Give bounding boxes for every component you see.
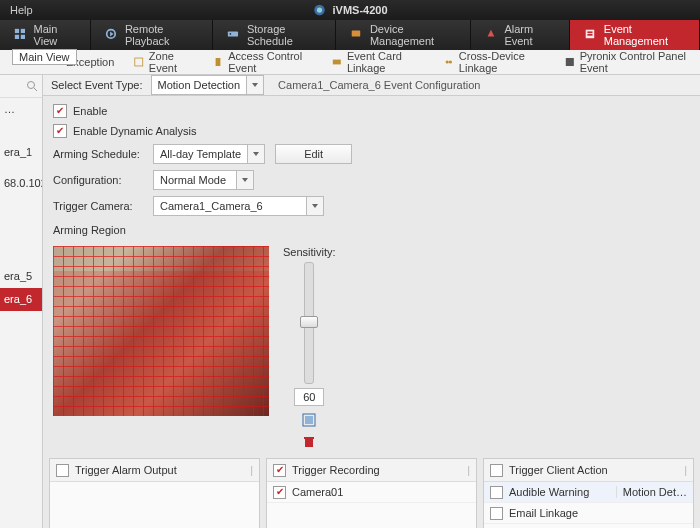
app-name-text: iVMS-4200 <box>332 4 387 16</box>
svg-marker-22 <box>252 83 258 87</box>
subtab-label: Cross-Device Linkage <box>459 50 545 74</box>
trigger-camera-select[interactable]: Camera1_Camera_6 <box>153 196 324 216</box>
panel-header-checkbox[interactable] <box>490 464 503 477</box>
event-form: Enable Enable Dynamic Analysis Arming Sc… <box>43 96 700 458</box>
tree-node[interactable]: … <box>0 98 42 121</box>
sensitivity-value[interactable]: 60 <box>294 388 324 406</box>
door-icon <box>214 56 224 68</box>
event-type-label: Select Event Type: <box>51 79 143 91</box>
tab-remote-playback[interactable]: Remote Playback <box>91 20 213 50</box>
panel-header-label: Trigger Recording <box>292 464 380 476</box>
svg-marker-24 <box>242 178 248 182</box>
svg-rect-28 <box>305 439 313 447</box>
tree-search[interactable] <box>0 75 42 98</box>
tree-node[interactable]: era_5 <box>0 265 42 288</box>
panel-trigger-alarm-output: Trigger Alarm Output | <box>49 458 260 528</box>
configuration-label: Configuration: <box>53 174 143 186</box>
body: … era_1 68.0.102 era_5 era_6 Select Even… <box>0 75 700 528</box>
svg-rect-8 <box>228 31 238 36</box>
subtab-cross-device[interactable]: Cross-Device Linkage <box>434 50 555 74</box>
svg-point-18 <box>449 60 452 63</box>
app-title: iVMS-4200 <box>312 3 387 17</box>
row-label: Audible Warning <box>509 486 610 498</box>
edit-button[interactable]: Edit <box>275 144 352 164</box>
svg-point-20 <box>28 82 35 89</box>
event-type-bar: Select Event Type: Motion Detection Came… <box>43 75 700 96</box>
storage-icon <box>227 28 241 42</box>
select-value: All-day Template <box>154 148 247 160</box>
configuration-select[interactable]: Normal Mode <box>153 170 254 190</box>
tree-node-selected[interactable]: era_6 <box>0 288 42 311</box>
help-menu[interactable]: Help <box>0 4 43 16</box>
playback-icon <box>105 28 119 42</box>
tab-main-view[interactable]: Main View <box>0 20 91 50</box>
chevron-down-icon <box>247 145 264 163</box>
tab-label: Event Management <box>604 23 685 47</box>
arming-schedule-label: Arming Schedule: <box>53 148 143 160</box>
titlebar: Help iVMS-4200 <box>0 0 700 20</box>
arming-schedule-select[interactable]: All-day Template <box>153 144 265 164</box>
enable-dynamic-label: Enable Dynamic Analysis <box>73 125 197 137</box>
app-logo-icon <box>312 3 326 17</box>
sensitivity-column: Sensitivity: 60 <box>283 246 336 450</box>
select-value: Motion Detection <box>152 79 247 91</box>
svg-rect-3 <box>21 29 25 33</box>
subtab-card-linkage[interactable]: Event Card Linkage <box>322 50 434 74</box>
panel-icon <box>565 56 575 68</box>
draw-region-icon[interactable] <box>301 412 317 428</box>
panel-header-checkbox[interactable] <box>273 464 286 477</box>
panel-header-checkbox[interactable] <box>56 464 69 477</box>
tab-label: Remote Playback <box>125 23 198 47</box>
sensitivity-label: Sensitivity: <box>283 246 336 258</box>
tree-node[interactable]: era_1 <box>0 141 42 164</box>
svg-rect-29 <box>304 437 314 439</box>
chevron-down-icon <box>236 171 253 189</box>
slider-thumb[interactable] <box>300 316 318 328</box>
svg-rect-14 <box>135 58 143 66</box>
subtab-pyronix[interactable]: Pyronix Control Panel Event <box>555 50 700 74</box>
tree-node[interactable]: 68.0.102 <box>0 172 42 195</box>
tab-alarm-event[interactable]: Alarm Event <box>471 20 570 50</box>
linkage-panels: Trigger Alarm Output | Trigger Recording… <box>43 458 700 528</box>
enable-checkbox[interactable] <box>53 104 67 118</box>
arming-region-area: Sensitivity: 60 <box>53 246 690 450</box>
row-checkbox[interactable] <box>490 507 503 520</box>
tab-storage-schedule[interactable]: Storage Schedule <box>213 20 336 50</box>
subtab-label: Event Card Linkage <box>347 50 424 74</box>
device-tree: … era_1 68.0.102 era_5 era_6 <box>0 75 43 528</box>
enable-dynamic-checkbox[interactable] <box>53 124 67 138</box>
row-label: Email Linkage <box>509 507 687 519</box>
subtab-zone-event[interactable]: Zone Event <box>124 50 203 74</box>
svg-rect-19 <box>566 58 574 66</box>
divider-icon: | <box>684 464 687 476</box>
sensitivity-slider[interactable] <box>304 262 314 384</box>
arming-region-label: Arming Region <box>53 224 126 236</box>
sub-tabs: Main View Exception Zone Event Access Co… <box>0 50 700 75</box>
event-type-select[interactable]: Motion Detection <box>151 75 265 95</box>
tab-label: Main View <box>34 23 77 47</box>
event-mgmt-icon <box>584 28 598 42</box>
panel-trigger-recording: Trigger Recording | Camera01 <box>266 458 477 528</box>
row-checkbox[interactable] <box>273 486 286 499</box>
subtab-label: Zone Event <box>149 50 194 74</box>
svg-marker-23 <box>253 152 259 156</box>
subtab-access-control[interactable]: Access Control Event <box>204 50 323 74</box>
main-panel: Select Event Type: Motion Detection Came… <box>43 75 700 528</box>
tab-device-management[interactable]: Device Management <box>336 20 471 50</box>
row-value[interactable]: Motion Det… <box>616 486 687 498</box>
tab-label: Alarm Event <box>504 23 555 47</box>
panel-header-label: Trigger Client Action <box>509 464 608 476</box>
config-title: Camera1_Camera_6 Event Configuration <box>278 79 692 91</box>
tab-label: Storage Schedule <box>247 23 321 47</box>
svg-marker-7 <box>110 31 113 36</box>
row-checkbox[interactable] <box>490 486 503 499</box>
subtab-label: Pyronix Control Panel Event <box>580 50 690 74</box>
grid-icon <box>14 28 28 42</box>
enable-label: Enable <box>73 105 107 117</box>
clear-region-icon[interactable] <box>301 434 317 450</box>
region-grid-overlay <box>53 246 269 416</box>
region-preview[interactable] <box>53 246 269 416</box>
svg-line-21 <box>34 88 37 91</box>
svg-point-9 <box>230 33 232 35</box>
tab-event-management[interactable]: Event Management <box>570 20 700 50</box>
